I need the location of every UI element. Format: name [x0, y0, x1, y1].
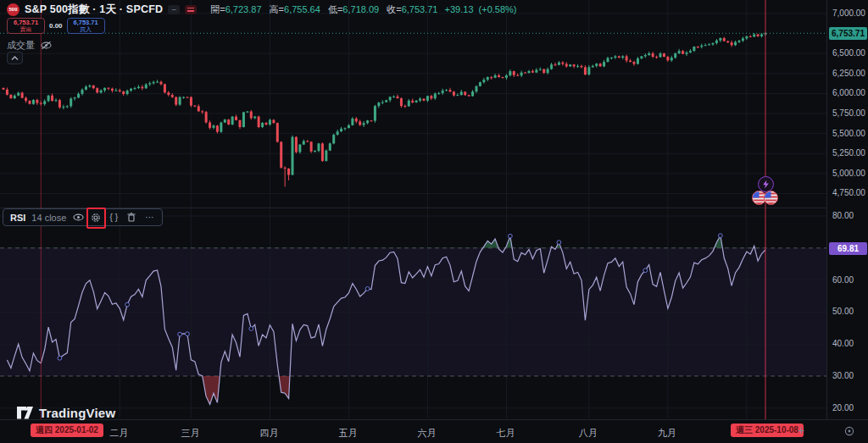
settings-gear-icon[interactable]: [90, 212, 102, 224]
buy-price: 6,753.71: [73, 19, 97, 26]
symbol-title[interactable]: S&P 500指數 · 1天 · SPCFD: [25, 3, 163, 17]
rsi-value-badge: 69.81: [829, 242, 867, 255]
trade-widget: 6,753.71 賣出 0.00 6,753.71 買入: [7, 18, 105, 34]
more-options-icon[interactable]: ···: [143, 212, 155, 224]
low-label: 低=: [328, 4, 342, 14]
spread-value: 0.00: [49, 22, 63, 30]
price-tick-label: 6,250.00: [832, 69, 865, 78]
rsi-tick-label: 40.00: [832, 339, 854, 348]
change-percent: (+0.58%): [479, 4, 517, 14]
minimize-badge[interactable]: –: [168, 5, 180, 14]
rsi-marker: [249, 327, 253, 331]
rsi-marker: [125, 302, 130, 307]
month-label: 六月: [417, 427, 436, 440]
rsi-marker: [718, 234, 722, 238]
rsi-marker: [508, 234, 512, 238]
price-tick-label: 4,750.00: [832, 188, 865, 197]
collapse-pane-chevron-button[interactable]: [7, 52, 23, 64]
rsi-tick-label: 30.00: [832, 371, 854, 380]
price-tick-label: 5,250.00: [832, 148, 865, 158]
month-label: 四月: [259, 427, 278, 440]
volume-legend: 成交量: [7, 39, 52, 52]
event-markers: [758, 176, 774, 192]
price-tick-label: 7,000.00: [832, 8, 865, 18]
chevron-up-icon: [11, 56, 19, 61]
high-value: 6,755.64: [284, 4, 320, 14]
tradingview-mark-icon: [17, 407, 33, 419]
high-label: 高=: [270, 4, 284, 14]
month-label: 五月: [338, 427, 357, 440]
month-label: 三月: [181, 427, 199, 440]
rsi-marker: [58, 356, 62, 360]
tradingview-logo[interactable]: TradingView: [17, 406, 115, 420]
plus-icon[interactable]: +: [798, 424, 804, 437]
month-label: 九月: [658, 427, 676, 440]
rsi-tick-label: 50.00: [832, 307, 854, 316]
rsi-tick-label: 80.00: [832, 211, 854, 220]
rsi-marker: [643, 269, 648, 273]
price-tick-label: 5,500.00: [832, 129, 865, 138]
symbol-logo-icon: 500: [7, 3, 19, 16]
open-label: 開=: [210, 4, 225, 14]
delete-trash-icon[interactable]: [125, 212, 137, 224]
rsi-marker: [178, 332, 182, 336]
time-axis[interactable]: 週四 2025-01-02 週三 2025-10-08 + 二月三月四月五月六月…: [0, 419, 868, 443]
candlestick-layer: [3, 32, 767, 186]
volume-label: 成交量: [7, 39, 35, 52]
close-value: 6,753.71: [402, 4, 438, 14]
rsi-marker: [186, 332, 190, 336]
sell-button[interactable]: 6,753.71 賣出: [7, 18, 45, 34]
month-label: 七月: [496, 427, 515, 440]
price-tick-label: 6,500.00: [832, 48, 865, 58]
buy-label: 買入: [80, 26, 92, 33]
price-axis[interactable]: 6,753.71 69.81 7,000.006,500.006,250.006…: [826, 0, 868, 419]
month-label: 二月: [109, 427, 128, 440]
crosshair-date-badge: 週三 2025-10-08: [731, 424, 804, 437]
tradingview-chart-window: 500 S&P 500指數 · 1天 · SPCFD – 開=6,723.87 …: [0, 0, 868, 443]
brand-text: TradingView: [39, 406, 115, 420]
symbol-header: 500 S&P 500指數 · 1天 · SPCFD – 開=6,723.87 …: [7, 3, 517, 16]
source-code-icon[interactable]: { }: [108, 212, 120, 224]
rsi-tick-label: 20.00: [832, 403, 854, 413]
market-status-icon[interactable]: [185, 5, 197, 14]
month-label: 八月: [579, 427, 598, 440]
rsi-marker: [365, 287, 370, 291]
sell-price: 6,753.71: [14, 19, 38, 26]
scale-target-icon[interactable]: [844, 426, 854, 436]
price-tick-label: 5,750.00: [832, 108, 865, 118]
close-label: 收=: [387, 4, 401, 14]
change-value: +39.13: [445, 4, 474, 14]
rsi-marker: [557, 241, 561, 245]
ohlc-readout: 開=6,723.87 高=6,755.64 低=6,718.09 收=6,753…: [205, 3, 516, 16]
sell-label: 賣出: [20, 26, 32, 33]
visibility-off-eye-icon[interactable]: [41, 41, 52, 50]
us-flag-icon[interactable]: [764, 191, 778, 205]
visibility-eye-icon[interactable]: [72, 212, 84, 224]
rsi-title: RSI: [10, 213, 25, 223]
price-tick-label: 6,000.00: [832, 88, 865, 97]
open-value: 6,723.87: [225, 4, 262, 14]
low-value: 6,718.09: [342, 4, 379, 14]
price-tick-label: 5,000.00: [832, 169, 865, 178]
last-price-badge: 6,753.71: [829, 27, 867, 40]
rsi-tick-label: 60.00: [832, 275, 854, 285]
rsi-params: 14 close: [31, 213, 66, 223]
range-start-date-badge: 週四 2025-01-02: [31, 424, 103, 437]
buy-button[interactable]: 6,753.71 買入: [67, 18, 105, 34]
rsi-legend: RSI 14 close { } ···: [3, 208, 163, 226]
